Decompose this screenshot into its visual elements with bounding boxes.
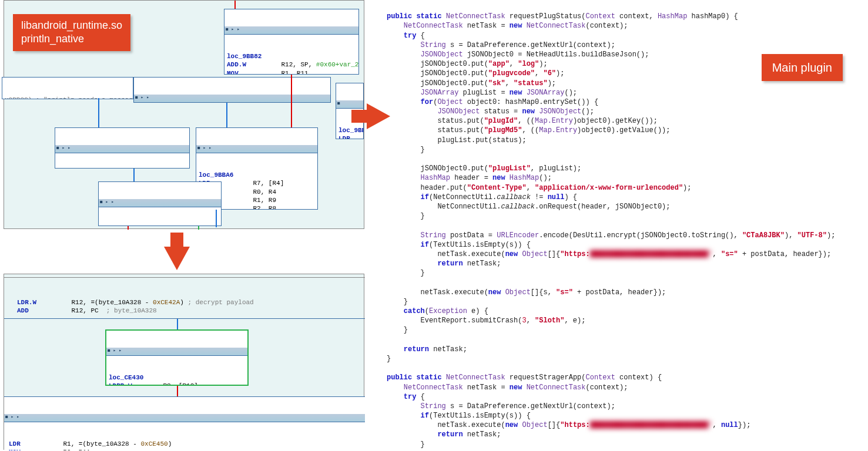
java-source-pane[interactable]: Main plugin public static NetConnectTask… <box>384 0 866 451</box>
node-loc-9BBBC: ◼ ▸ ▸ loc_9BBBC LDR R2, [SP,#0x60+var_2C… <box>98 181 222 226</box>
arrow-down-icon <box>170 233 183 248</box>
ida-graph-bottom[interactable]: LDR.W R12, =(byte_10A328 - 0xCE42A) ; de… <box>4 274 364 450</box>
node-loc-9BB34: ◼ ▸ ▸ loc_9BB34 BLX jniThrowNullPointerE… <box>55 127 190 169</box>
node-top-frame <box>4 278 365 319</box>
node-loc-CE430: ◼ ▸ ▸ loc_CE430 LDRB.W R3, [R12] EOR.W R… <box>105 329 249 386</box>
badge-libandroid: libandroid_runtime.soprintln_native <box>13 14 130 51</box>
arrow-right-icon <box>351 110 368 123</box>
node-bad-bufid: ◼ ▸ ▸ LDR R1, =(aBadBufid - 0x9BB36) ; "… <box>133 77 331 103</box>
arrow-down-head-icon <box>164 247 190 270</box>
node-loc-9BB82: ◼ ▸ ▸ loc_9BB82 ADD.W R12, SP, #0x60+var… <box>224 9 359 75</box>
node-msg-println: x9BB2C) ; "println needs a message" a me… <box>2 77 133 99</box>
node-savedexfile: ◼ ▸ ▸ LDR R1, =(byte_10A328 - 0xCE450) M… <box>4 396 365 450</box>
badge-main-plugin: Main plugin <box>762 54 843 81</box>
